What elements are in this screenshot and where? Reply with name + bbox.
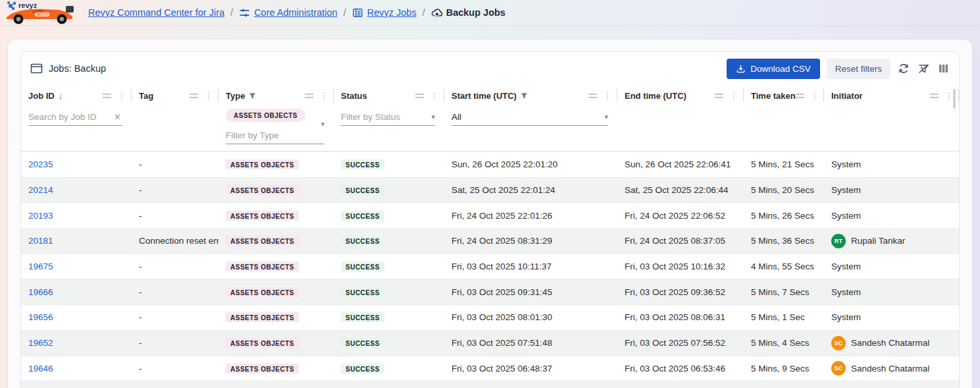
start-time-filter-value: All bbox=[451, 112, 602, 122]
tag-cell: Connection reset error te bbox=[132, 236, 219, 246]
column-menu-icon[interactable]: ⋮ bbox=[318, 91, 330, 100]
column-menu-icon[interactable]: ⋮ bbox=[809, 91, 821, 100]
tag-cell: - bbox=[132, 159, 219, 169]
status-badge: SUCCESS bbox=[341, 364, 384, 374]
table-row: 20193 - ASSETS OBJECTS SUCCESS Fri, 24 O… bbox=[21, 202, 959, 228]
reset-filters-button[interactable]: Reset filters bbox=[827, 59, 890, 79]
column-menu-icon[interactable]: ⋮ bbox=[728, 91, 740, 100]
list-icon bbox=[352, 7, 363, 18]
job-id-search-input[interactable] bbox=[28, 112, 111, 122]
initiator-cell: System bbox=[824, 287, 959, 297]
column-header-type[interactable]: Type ⋮ bbox=[219, 86, 334, 105]
column-header-start-time[interactable]: Start time (UTC) ⋮ bbox=[444, 86, 617, 105]
time-taken-cell: 5 Mins, 20 Secs bbox=[744, 185, 824, 195]
column-label: Status bbox=[341, 91, 367, 101]
svg-text:revyz: revyz bbox=[18, 1, 38, 9]
type-filter-input[interactable] bbox=[226, 130, 324, 140]
end-time-cell: Fri, 24 Oct 2025 08:37:05 bbox=[617, 236, 744, 246]
job-id-link[interactable]: 19656 bbox=[28, 312, 53, 322]
job-id-link[interactable]: 19675 bbox=[28, 262, 53, 271]
end-time-cell: Fri, 03 Oct 2025 10:16:32 bbox=[617, 262, 744, 271]
column-resize-handle[interactable] bbox=[588, 94, 597, 98]
start-time-cell: Fri, 03 Oct 2025 09:31:45 bbox=[444, 287, 617, 297]
svg-text:REVYZ: REVYZ bbox=[37, 13, 48, 16]
cloud-upload-icon bbox=[431, 7, 442, 18]
column-resize-handle[interactable] bbox=[715, 94, 723, 98]
type-badge: ASSETS OBJECTS bbox=[226, 236, 299, 246]
job-id-link[interactable]: 19646 bbox=[28, 364, 53, 374]
status-filter-placeholder: Filter by Status bbox=[341, 112, 428, 122]
column-menu-icon[interactable]: ⋮ bbox=[203, 91, 215, 100]
time-taken-cell: 5 Mins, 4 Secs bbox=[744, 338, 824, 348]
columns-icon[interactable] bbox=[937, 62, 950, 75]
time-taken-cell: 5 Mins, 9 Secs bbox=[744, 364, 824, 374]
column-header-end-time[interactable]: End time (UTC) ⋮ bbox=[617, 86, 744, 105]
breadcrumb-link-core-administration[interactable]: Core Administration bbox=[239, 7, 338, 18]
initiator-avatar: RT bbox=[831, 234, 846, 248]
initiator-filter-empty bbox=[824, 105, 959, 151]
start-time-cell: Sat, 25 Oct 2025 22:01:24 bbox=[444, 185, 617, 195]
clear-search-icon[interactable]: ✕ bbox=[114, 112, 122, 122]
breadcrumb-separator: / bbox=[423, 7, 425, 18]
start-time-filter-select[interactable]: All ▾ bbox=[451, 109, 608, 126]
vertical-scrollbar[interactable] bbox=[953, 89, 956, 109]
column-resize-handle[interactable] bbox=[930, 94, 939, 98]
content-card: Jobs: Backup Download CSV Reset filters bbox=[8, 40, 972, 388]
tag-cell: - bbox=[132, 338, 219, 348]
column-header-time-taken[interactable]: Time taken ⋮ bbox=[744, 86, 824, 105]
column-resize-handle[interactable] bbox=[796, 94, 804, 98]
end-time-cell: Fri, 03 Oct 2025 07:56:52 bbox=[617, 338, 744, 348]
column-resize-handle[interactable] bbox=[305, 94, 313, 98]
type-filter-chip[interactable]: ASSETS OBJECTS bbox=[226, 109, 305, 122]
revyz-logo[interactable]: revyz REVYZ bbox=[5, 0, 76, 25]
download-csv-button[interactable]: Download CSV bbox=[727, 59, 820, 79]
table-filter-row: ✕ ASSETS OBJECTS ▾ Filter by Status bbox=[21, 105, 959, 152]
job-id-link[interactable]: 19666 bbox=[28, 287, 53, 297]
column-resize-handle[interactable] bbox=[190, 94, 198, 98]
refresh-icon[interactable] bbox=[897, 62, 910, 75]
tag-cell: - bbox=[132, 262, 219, 271]
column-menu-icon[interactable]: ⋮ bbox=[428, 91, 440, 100]
breadcrumb-link-command-center[interactable]: Revyz Command Center for Jira bbox=[88, 7, 224, 18]
job-id-link[interactable]: 20193 bbox=[28, 211, 53, 221]
status-badge: SUCCESS bbox=[341, 287, 384, 297]
start-time-cell: Fri, 03 Oct 2025 08:01:30 bbox=[444, 312, 617, 322]
column-menu-icon[interactable]: ⋮ bbox=[602, 91, 613, 100]
download-icon bbox=[736, 64, 746, 74]
filter-off-icon[interactable] bbox=[917, 62, 930, 75]
table-row: 19646 - ASSETS OBJECTS SUCCESS Fri, 03 O… bbox=[21, 356, 959, 381]
initiator-avatar: SC bbox=[831, 361, 846, 375]
column-label: Tag bbox=[139, 91, 153, 101]
column-menu-icon[interactable]: ⋮ bbox=[116, 91, 128, 100]
toolbar-actions: Download CSV Reset filters bbox=[727, 59, 950, 79]
end-time-cell: Fri, 03 Oct 2025 09:36:52 bbox=[617, 287, 744, 297]
tag-cell: - bbox=[132, 364, 219, 374]
column-resize-handle[interactable] bbox=[103, 94, 111, 98]
sort-desc-icon[interactable]: ↓ bbox=[59, 91, 63, 101]
job-id-link[interactable]: 20181 bbox=[28, 236, 53, 246]
start-time-cell: Sun, 26 Oct 2025 22:01:20 bbox=[444, 159, 617, 169]
job-id-link[interactable]: 19652 bbox=[28, 338, 53, 348]
app-header: revyz REVYZ Revyz Command Center for Jir… bbox=[0, 0, 980, 25]
status-badge: SUCCESS bbox=[341, 211, 384, 221]
column-header-job-id[interactable]: Job ID ↓ ⋮ bbox=[21, 86, 132, 105]
revyz-logo-image: revyz REVYZ bbox=[5, 0, 76, 25]
tag-cell: - bbox=[132, 185, 219, 195]
column-header-initiator[interactable]: Initiator ⋮ bbox=[824, 86, 959, 105]
job-id-link[interactable]: 20235 bbox=[28, 159, 53, 169]
breadcrumb-link-revyz-jobs[interactable]: Revyz Jobs bbox=[352, 7, 417, 18]
end-time-cell: Fri, 24 Oct 2025 22:06:52 bbox=[617, 211, 744, 221]
job-id-link[interactable]: 20214 bbox=[28, 185, 53, 195]
status-filter-select[interactable]: Filter by Status ▾ bbox=[341, 109, 435, 126]
table-row: 20214 - ASSETS OBJECTS SUCCESS Sat, 25 O… bbox=[21, 177, 959, 203]
type-badge: ASSETS OBJECTS bbox=[226, 287, 299, 297]
table-row: 20235 - ASSETS OBJECTS SUCCESS Sun, 26 O… bbox=[21, 152, 959, 177]
table-header-row: Job ID ↓ ⋮ Tag ⋮ Type bbox=[21, 85, 959, 105]
time-taken-cell: 5 Mins, 21 Secs bbox=[744, 159, 824, 169]
time-taken-cell: 4 Mins, 55 Secs bbox=[744, 262, 824, 271]
column-header-tag[interactable]: Tag ⋮ bbox=[132, 86, 219, 105]
table-row: 20181 Connection reset error te ASSETS O… bbox=[21, 228, 959, 254]
panel-title: Jobs: Backup bbox=[30, 63, 106, 74]
column-resize-handle[interactable] bbox=[415, 94, 424, 98]
column-header-status[interactable]: Status ⋮ bbox=[334, 86, 444, 105]
